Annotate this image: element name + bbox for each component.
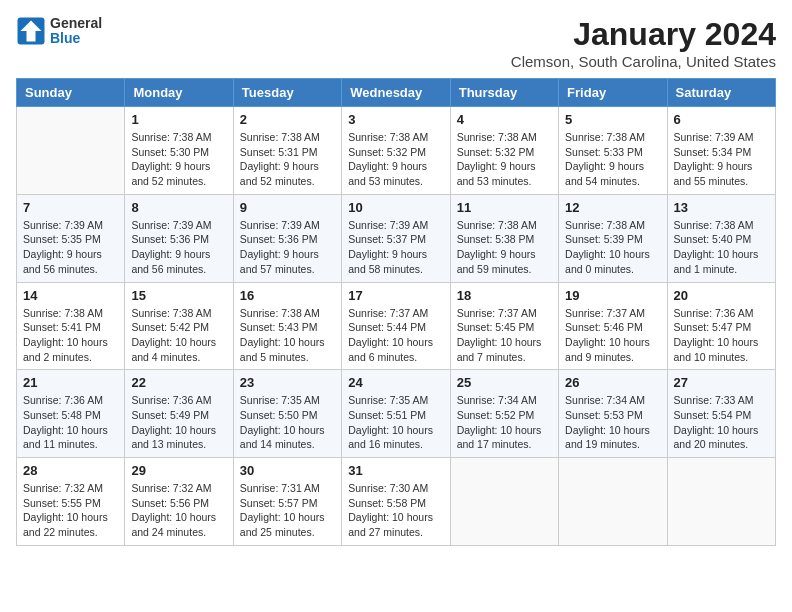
- cell-day-number: 5: [565, 112, 660, 127]
- weekday-header-tuesday: Tuesday: [233, 79, 341, 107]
- cell-daylight-info: Sunrise: 7:38 AMSunset: 5:40 PMDaylight:…: [674, 218, 769, 277]
- calendar-subtitle: Clemson, South Carolina, United States: [511, 53, 776, 70]
- calendar-cell: 14Sunrise: 7:38 AMSunset: 5:41 PMDayligh…: [17, 282, 125, 370]
- cell-day-number: 6: [674, 112, 769, 127]
- cell-day-number: 27: [674, 375, 769, 390]
- title-block: January 2024 Clemson, South Carolina, Un…: [511, 16, 776, 70]
- calendar-cell: 21Sunrise: 7:36 AMSunset: 5:48 PMDayligh…: [17, 370, 125, 458]
- cell-day-number: 4: [457, 112, 552, 127]
- calendar-cell: 8Sunrise: 7:39 AMSunset: 5:36 PMDaylight…: [125, 194, 233, 282]
- calendar-cell: 6Sunrise: 7:39 AMSunset: 5:34 PMDaylight…: [667, 107, 775, 195]
- calendar-cell: 17Sunrise: 7:37 AMSunset: 5:44 PMDayligh…: [342, 282, 450, 370]
- cell-daylight-info: Sunrise: 7:35 AMSunset: 5:51 PMDaylight:…: [348, 393, 443, 452]
- cell-daylight-info: Sunrise: 7:38 AMSunset: 5:32 PMDaylight:…: [457, 130, 552, 189]
- cell-day-number: 25: [457, 375, 552, 390]
- cell-daylight-info: Sunrise: 7:38 AMSunset: 5:32 PMDaylight:…: [348, 130, 443, 189]
- cell-day-number: 9: [240, 200, 335, 215]
- cell-day-number: 3: [348, 112, 443, 127]
- calendar-cell: 1Sunrise: 7:38 AMSunset: 5:30 PMDaylight…: [125, 107, 233, 195]
- cell-day-number: 13: [674, 200, 769, 215]
- calendar-cell: 5Sunrise: 7:38 AMSunset: 5:33 PMDaylight…: [559, 107, 667, 195]
- calendar-cell: 16Sunrise: 7:38 AMSunset: 5:43 PMDayligh…: [233, 282, 341, 370]
- cell-daylight-info: Sunrise: 7:38 AMSunset: 5:33 PMDaylight:…: [565, 130, 660, 189]
- calendar-cell: 19Sunrise: 7:37 AMSunset: 5:46 PMDayligh…: [559, 282, 667, 370]
- cell-day-number: 7: [23, 200, 118, 215]
- cell-daylight-info: Sunrise: 7:37 AMSunset: 5:44 PMDaylight:…: [348, 306, 443, 365]
- cell-daylight-info: Sunrise: 7:38 AMSunset: 5:43 PMDaylight:…: [240, 306, 335, 365]
- cell-daylight-info: Sunrise: 7:36 AMSunset: 5:47 PMDaylight:…: [674, 306, 769, 365]
- cell-day-number: 20: [674, 288, 769, 303]
- cell-day-number: 21: [23, 375, 118, 390]
- calendar-cell: 27Sunrise: 7:33 AMSunset: 5:54 PMDayligh…: [667, 370, 775, 458]
- cell-day-number: 18: [457, 288, 552, 303]
- cell-day-number: 19: [565, 288, 660, 303]
- cell-daylight-info: Sunrise: 7:34 AMSunset: 5:52 PMDaylight:…: [457, 393, 552, 452]
- cell-daylight-info: Sunrise: 7:39 AMSunset: 5:35 PMDaylight:…: [23, 218, 118, 277]
- cell-day-number: 10: [348, 200, 443, 215]
- calendar-cell: 26Sunrise: 7:34 AMSunset: 5:53 PMDayligh…: [559, 370, 667, 458]
- cell-daylight-info: Sunrise: 7:38 AMSunset: 5:41 PMDaylight:…: [23, 306, 118, 365]
- calendar-cell: 12Sunrise: 7:38 AMSunset: 5:39 PMDayligh…: [559, 194, 667, 282]
- cell-daylight-info: Sunrise: 7:37 AMSunset: 5:45 PMDaylight:…: [457, 306, 552, 365]
- calendar-cell: 23Sunrise: 7:35 AMSunset: 5:50 PMDayligh…: [233, 370, 341, 458]
- cell-daylight-info: Sunrise: 7:38 AMSunset: 5:39 PMDaylight:…: [565, 218, 660, 277]
- cell-daylight-info: Sunrise: 7:31 AMSunset: 5:57 PMDaylight:…: [240, 481, 335, 540]
- cell-daylight-info: Sunrise: 7:32 AMSunset: 5:55 PMDaylight:…: [23, 481, 118, 540]
- cell-daylight-info: Sunrise: 7:34 AMSunset: 5:53 PMDaylight:…: [565, 393, 660, 452]
- cell-day-number: 29: [131, 463, 226, 478]
- cell-daylight-info: Sunrise: 7:32 AMSunset: 5:56 PMDaylight:…: [131, 481, 226, 540]
- cell-daylight-info: Sunrise: 7:38 AMSunset: 5:31 PMDaylight:…: [240, 130, 335, 189]
- cell-day-number: 15: [131, 288, 226, 303]
- cell-day-number: 26: [565, 375, 660, 390]
- calendar-cell: 28Sunrise: 7:32 AMSunset: 5:55 PMDayligh…: [17, 458, 125, 546]
- cell-daylight-info: Sunrise: 7:36 AMSunset: 5:48 PMDaylight:…: [23, 393, 118, 452]
- cell-daylight-info: Sunrise: 7:39 AMSunset: 5:37 PMDaylight:…: [348, 218, 443, 277]
- calendar-week-4: 21Sunrise: 7:36 AMSunset: 5:48 PMDayligh…: [17, 370, 776, 458]
- cell-day-number: 22: [131, 375, 226, 390]
- calendar-cell: 11Sunrise: 7:38 AMSunset: 5:38 PMDayligh…: [450, 194, 558, 282]
- calendar-week-5: 28Sunrise: 7:32 AMSunset: 5:55 PMDayligh…: [17, 458, 776, 546]
- calendar-body: 1Sunrise: 7:38 AMSunset: 5:30 PMDaylight…: [17, 107, 776, 546]
- cell-daylight-info: Sunrise: 7:38 AMSunset: 5:42 PMDaylight:…: [131, 306, 226, 365]
- cell-daylight-info: Sunrise: 7:30 AMSunset: 5:58 PMDaylight:…: [348, 481, 443, 540]
- cell-day-number: 8: [131, 200, 226, 215]
- calendar-cell: 10Sunrise: 7:39 AMSunset: 5:37 PMDayligh…: [342, 194, 450, 282]
- calendar-week-3: 14Sunrise: 7:38 AMSunset: 5:41 PMDayligh…: [17, 282, 776, 370]
- calendar-cell: 4Sunrise: 7:38 AMSunset: 5:32 PMDaylight…: [450, 107, 558, 195]
- calendar-cell: 15Sunrise: 7:38 AMSunset: 5:42 PMDayligh…: [125, 282, 233, 370]
- calendar-cell: 18Sunrise: 7:37 AMSunset: 5:45 PMDayligh…: [450, 282, 558, 370]
- cell-day-number: 17: [348, 288, 443, 303]
- calendar-cell: [17, 107, 125, 195]
- cell-day-number: 16: [240, 288, 335, 303]
- calendar-cell: 7Sunrise: 7:39 AMSunset: 5:35 PMDaylight…: [17, 194, 125, 282]
- cell-day-number: 1: [131, 112, 226, 127]
- calendar-cell: [559, 458, 667, 546]
- cell-daylight-info: Sunrise: 7:36 AMSunset: 5:49 PMDaylight:…: [131, 393, 226, 452]
- cell-daylight-info: Sunrise: 7:35 AMSunset: 5:50 PMDaylight:…: [240, 393, 335, 452]
- weekday-header-sunday: Sunday: [17, 79, 125, 107]
- calendar-cell: 3Sunrise: 7:38 AMSunset: 5:32 PMDaylight…: [342, 107, 450, 195]
- logo-text: General Blue: [50, 16, 102, 47]
- calendar-cell: 29Sunrise: 7:32 AMSunset: 5:56 PMDayligh…: [125, 458, 233, 546]
- logo-icon: [16, 16, 46, 46]
- calendar-table: SundayMondayTuesdayWednesdayThursdayFrid…: [16, 78, 776, 546]
- calendar-cell: 20Sunrise: 7:36 AMSunset: 5:47 PMDayligh…: [667, 282, 775, 370]
- calendar-cell: [667, 458, 775, 546]
- cell-day-number: 28: [23, 463, 118, 478]
- cell-daylight-info: Sunrise: 7:37 AMSunset: 5:46 PMDaylight:…: [565, 306, 660, 365]
- calendar-header: SundayMondayTuesdayWednesdayThursdayFrid…: [17, 79, 776, 107]
- cell-day-number: 24: [348, 375, 443, 390]
- calendar-cell: [450, 458, 558, 546]
- calendar-cell: 9Sunrise: 7:39 AMSunset: 5:36 PMDaylight…: [233, 194, 341, 282]
- calendar-cell: 24Sunrise: 7:35 AMSunset: 5:51 PMDayligh…: [342, 370, 450, 458]
- weekday-header-wednesday: Wednesday: [342, 79, 450, 107]
- calendar-week-2: 7Sunrise: 7:39 AMSunset: 5:35 PMDaylight…: [17, 194, 776, 282]
- cell-daylight-info: Sunrise: 7:39 AMSunset: 5:36 PMDaylight:…: [131, 218, 226, 277]
- cell-day-number: 23: [240, 375, 335, 390]
- cell-daylight-info: Sunrise: 7:38 AMSunset: 5:38 PMDaylight:…: [457, 218, 552, 277]
- cell-daylight-info: Sunrise: 7:39 AMSunset: 5:34 PMDaylight:…: [674, 130, 769, 189]
- calendar-title: January 2024: [511, 16, 776, 53]
- logo: General Blue: [16, 16, 102, 47]
- weekday-header-saturday: Saturday: [667, 79, 775, 107]
- weekday-header-friday: Friday: [559, 79, 667, 107]
